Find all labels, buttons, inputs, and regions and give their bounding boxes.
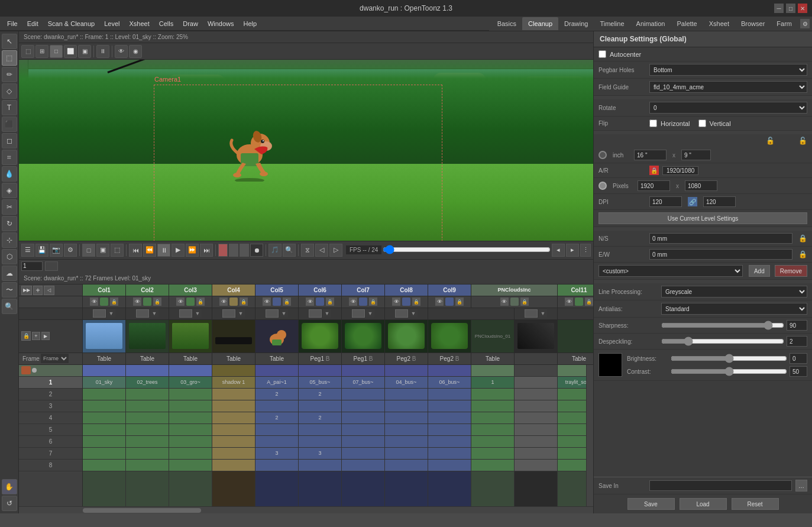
pb-settings[interactable]: ⚙: [64, 244, 77, 257]
menu-cells[interactable]: Cells: [154, 17, 178, 31]
canvas-area[interactable]: Camera1: [19, 60, 593, 241]
col9-f6[interactable]: [428, 436, 471, 448]
tab-timeline[interactable]: Timeline: [594, 17, 630, 30]
pncloud-sub1-f4[interactable]: [471, 412, 514, 424]
pncloud-sub1-f5[interactable]: [471, 424, 514, 436]
tool-zoom[interactable]: 🔍: [2, 299, 17, 314]
tool-selection[interactable]: ⬚: [2, 50, 17, 66]
pb-color3[interactable]: [240, 244, 249, 257]
inch-radio[interactable]: [599, 151, 607, 159]
col8-lock[interactable]: 🔒: [412, 298, 420, 306]
col4-f8[interactable]: [212, 460, 255, 471]
tool-bend[interactable]: ↻: [2, 216, 17, 231]
col1-f6[interactable]: [83, 436, 125, 448]
vt-camera[interactable]: ⬜: [64, 45, 77, 58]
col5-lock[interactable]: 🔒: [283, 298, 291, 306]
col4-eye[interactable]: 👁: [219, 298, 228, 306]
col11-f8[interactable]: [558, 460, 586, 471]
col5-f7[interactable]: 3: [255, 448, 298, 460]
menu-draw[interactable]: Draw: [178, 17, 203, 31]
frame-scroll-area[interactable]: 1 2 3 4 5 6 7 8 01: [19, 365, 586, 507]
col2-f6[interactable]: [126, 436, 169, 448]
sharpness-slider[interactable]: [661, 322, 784, 329]
col7-f8[interactable]: [342, 460, 384, 471]
col9-f1[interactable]: 06_bus~: [428, 377, 471, 389]
pb-capture[interactable]: 📷: [50, 244, 63, 257]
frame-3[interactable]: 3: [19, 400, 82, 412]
save-btn[interactable]: Save: [627, 498, 675, 510]
vt-camera2[interactable]: ▣: [78, 45, 91, 58]
reset-btn[interactable]: Reset: [732, 498, 779, 510]
col7-f2[interactable]: [342, 389, 384, 400]
lock-icon-left[interactable]: 🔓: [766, 137, 775, 145]
col5-f6[interactable]: [255, 436, 298, 448]
col3-lock[interactable]: 🔒: [196, 298, 205, 306]
menu-scan-cleanup[interactable]: Scan & Cleanup: [43, 17, 100, 31]
pb-subnext[interactable]: ▷: [329, 244, 342, 257]
pb-end[interactable]: ⏭: [200, 244, 213, 257]
col1-lock[interactable]: 🔒: [110, 298, 118, 306]
pb-subprev[interactable]: ◁: [315, 244, 328, 257]
frame-1[interactable]: 1: [19, 377, 82, 389]
col8-f2[interactable]: [385, 389, 428, 400]
col4-f7[interactable]: [212, 448, 255, 460]
col3-eye[interactable]: 👁: [176, 298, 185, 306]
col5-frame-h[interactable]: [255, 365, 298, 377]
col2-eye[interactable]: 👁: [133, 298, 141, 306]
line-processing-select[interactable]: Greyscale: [661, 286, 807, 298]
tab-drawing[interactable]: Drawing: [558, 17, 594, 30]
scroll-thumb[interactable]: [83, 508, 201, 513]
col6-f4[interactable]: 2: [299, 412, 341, 424]
col4-f3[interactable]: [212, 400, 255, 412]
col5-f4[interactable]: 2: [255, 412, 298, 424]
pb-next[interactable]: ⏩: [186, 244, 199, 257]
col1-frame-h[interactable]: [83, 365, 125, 377]
flip-vertical-checkbox[interactable]: [698, 119, 706, 127]
col9-lock[interactable]: 🔒: [455, 298, 464, 306]
tool-eraser[interactable]: ◻: [2, 133, 17, 148]
col8-eye[interactable]: 👁: [392, 298, 400, 306]
col11-f6[interactable]: [558, 436, 586, 448]
col8-f5[interactable]: [385, 424, 428, 436]
ns-lock[interactable]: 🔒: [798, 234, 807, 243]
pb-magnify[interactable]: 🔍: [283, 244, 296, 257]
col7-f5[interactable]: [342, 424, 384, 436]
tab-browser[interactable]: Browser: [735, 17, 771, 30]
col5-eye[interactable]: 👁: [263, 298, 271, 306]
minimize-button[interactable]: ─: [774, 4, 784, 13]
dpi-lock[interactable]: 🔗: [688, 197, 697, 206]
menu-file[interactable]: File: [2, 17, 22, 31]
save-in-browse[interactable]: …: [795, 480, 807, 492]
pncloud-sub1-h[interactable]: [471, 365, 514, 377]
pncloud-sub2-h[interactable]: [515, 365, 557, 377]
col3-f2[interactable]: [169, 389, 212, 400]
vt-detail[interactable]: ◉: [129, 45, 142, 58]
pb-rewind[interactable]: ⏮: [129, 244, 142, 257]
tool-fill[interactable]: ⬛: [2, 117, 17, 132]
tool-skeleton[interactable]: ⊹: [2, 232, 17, 248]
autocenter-checkbox[interactable]: [599, 50, 606, 58]
col11-eye[interactable]: 👁: [565, 298, 573, 306]
col7-f1[interactable]: 07_bus~: [342, 377, 384, 389]
maximize-button[interactable]: □: [786, 4, 795, 13]
load-btn[interactable]: Load: [680, 498, 727, 510]
vt-playback[interactable]: ⏸: [96, 45, 109, 58]
pncloud-sub1-f2[interactable]: [471, 389, 514, 400]
col8-f1[interactable]: 04_bus~: [385, 377, 428, 389]
pb-playlist[interactable]: ☰: [21, 244, 34, 257]
pb-prev[interactable]: ⏪: [143, 244, 156, 257]
pb-color1[interactable]: [218, 244, 228, 257]
col2-lock[interactable]: 🔒: [153, 298, 161, 306]
pb-pause[interactable]: ⏸: [157, 244, 170, 257]
custom-select[interactable]: <custom>: [599, 265, 743, 277]
tool-bender[interactable]: 〜: [2, 282, 17, 298]
col11-f7[interactable]: [558, 448, 586, 460]
pb-subplay[interactable]: ⧖: [301, 244, 314, 257]
save-in-path[interactable]: [649, 480, 792, 491]
pncloud-sub2-f3[interactable]: [515, 400, 557, 412]
menu-windows[interactable]: Windows: [203, 17, 239, 31]
col6-f1[interactable]: 05_bus~: [299, 377, 341, 389]
col4-lock[interactable]: 🔒: [240, 298, 248, 306]
pncloud-sub2-f2[interactable]: [515, 389, 557, 400]
col3-f3[interactable]: [169, 400, 212, 412]
